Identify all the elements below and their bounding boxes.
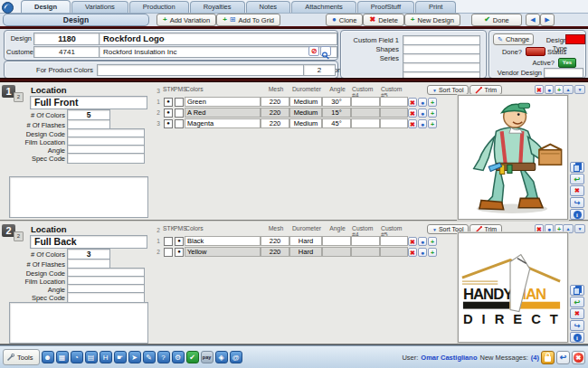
tab-proofstuff[interactable]: ProofStuff: [357, 1, 414, 13]
copy-artwork-button[interactable]: [570, 285, 584, 296]
artwork-preview[interactable]: HANDY MAN D I R E C T: [458, 232, 568, 343]
user-icon[interactable]: ☻: [42, 351, 54, 363]
location-name-field[interactable]: Full Front: [30, 96, 147, 109]
messages-count[interactable]: (4): [531, 354, 539, 362]
clone-button[interactable]: ● Clone: [326, 14, 363, 26]
location-notes-box[interactable]: [9, 176, 148, 218]
custom4-cell[interactable]: [351, 118, 380, 128]
add-row-button[interactable]: +: [428, 119, 437, 128]
clipboard-icon[interactable]: ▤: [85, 351, 98, 363]
pms-checkbox[interactable]: [175, 98, 184, 107]
new-design-button[interactable]: + New Design: [404, 14, 460, 26]
prev-record-button[interactable]: ◀: [526, 14, 540, 26]
redo-button[interactable]: ↪: [570, 320, 584, 331]
add-to-grid-button[interactable]: + ⊞ Add To Grid: [216, 14, 280, 26]
delete-row-button[interactable]: ✖: [408, 109, 417, 118]
pen-icon[interactable]: ✎: [143, 351, 156, 363]
design-number-field[interactable]: 1180: [33, 33, 100, 45]
undo-button[interactable]: ↩: [570, 297, 584, 307]
mesh-cell[interactable]: 220: [261, 97, 289, 107]
pay-icon[interactable]: pay: [201, 351, 213, 363]
change-button[interactable]: ✎ Change: [493, 33, 534, 45]
design-type-swatch[interactable]: [565, 34, 585, 44]
redo-button[interactable]: ↪: [570, 197, 584, 208]
mesh-cell[interactable]: 220: [261, 247, 289, 257]
custom4-cell[interactable]: [351, 247, 380, 257]
delete-artwork-button[interactable]: ✖: [570, 308, 584, 319]
stk-checkbox[interactable]: ●: [164, 119, 173, 128]
durometer-cell[interactable]: Hard: [289, 247, 322, 257]
spec-code-field[interactable]: [67, 153, 145, 164]
custom5-cell[interactable]: [380, 108, 408, 118]
delete-row-button[interactable]: ✖: [408, 98, 417, 107]
trim-button[interactable]: Trim: [469, 85, 502, 95]
select-row-button[interactable]: ●: [418, 237, 427, 246]
move-down-button[interactable]: ▼: [574, 85, 585, 94]
custom4-cell[interactable]: [351, 97, 380, 107]
angle-cell[interactable]: [322, 247, 351, 257]
tab-production[interactable]: Production: [129, 1, 189, 13]
tab-attachments[interactable]: Attachments: [291, 1, 356, 13]
back-button[interactable]: ↩: [556, 351, 570, 364]
customer-number-field[interactable]: 4741: [33, 46, 100, 58]
calendar-icon[interactable]: ▦: [56, 351, 69, 363]
select-row-button[interactable]: ●: [545, 85, 554, 94]
delete-row-button[interactable]: ✖: [535, 85, 544, 94]
send-icon[interactable]: ◈: [215, 351, 228, 363]
add-variation-button[interactable]: + Add Variation: [156, 14, 216, 26]
tab-print[interactable]: Print: [415, 1, 456, 13]
locations-field[interactable]: 2: [303, 64, 336, 76]
pms-checkbox[interactable]: ●: [175, 237, 184, 246]
color-name-cell[interactable]: Black: [185, 236, 261, 246]
mesh-cell[interactable]: 220: [261, 236, 289, 246]
design-name-field[interactable]: Rockford Logo: [99, 33, 337, 45]
angle-cell[interactable]: 15°: [322, 108, 351, 118]
tab-notes[interactable]: Notes: [246, 1, 291, 13]
select-row-button[interactable]: ●: [418, 98, 427, 107]
hold-icon[interactable]: H: [100, 351, 112, 363]
artwork-info-button[interactable]: i: [570, 332, 584, 343]
stk-checkbox[interactable]: [164, 248, 173, 257]
add-row-button[interactable]: +: [428, 248, 437, 257]
customer-name-field[interactable]: Rockford Insulation Inc: [99, 46, 337, 58]
durometer-cell[interactable]: Hard: [289, 236, 322, 246]
color-name-cell[interactable]: Yellow: [185, 247, 261, 257]
mesh-cell[interactable]: 220: [261, 118, 289, 128]
custom4-cell[interactable]: [351, 236, 380, 246]
add-row-button[interactable]: +: [428, 109, 437, 118]
copy-artwork-button[interactable]: [570, 162, 584, 173]
dart-icon[interactable]: ➤: [128, 351, 141, 363]
delete-artwork-button[interactable]: ✖: [570, 185, 584, 196]
custom5-cell[interactable]: [380, 247, 408, 257]
angle-cell[interactable]: 45°: [322, 118, 351, 128]
done-button[interactable]: ✔ Done: [471, 14, 522, 26]
color-name-cell[interactable]: Magenta: [185, 118, 261, 128]
durometer-cell[interactable]: Medium: [289, 97, 322, 107]
tab-royalties[interactable]: Royalties: [190, 1, 245, 13]
history-icon[interactable]: ◔: [71, 351, 83, 363]
durometer-cell[interactable]: Medium: [289, 118, 322, 128]
angle-cell[interactable]: 30°: [322, 97, 351, 107]
delete-row-button[interactable]: ✖: [408, 119, 417, 128]
hand-pointer-icon[interactable]: ☛: [114, 351, 127, 363]
pms-checkbox[interactable]: [175, 109, 184, 118]
tab-design[interactable]: Design: [21, 0, 71, 13]
stk-checkbox[interactable]: [164, 237, 173, 246]
sort-tool-button[interactable]: ▼Sort Tool: [427, 85, 469, 95]
color-name-cell[interactable]: Green: [185, 97, 261, 107]
check-icon[interactable]: ✔: [186, 351, 199, 363]
select-row-button[interactable]: ●: [418, 248, 427, 257]
stk-checkbox[interactable]: ●: [164, 98, 173, 107]
angle-cell[interactable]: [322, 236, 351, 246]
pms-checkbox[interactable]: ●: [175, 248, 184, 257]
design-mode-button[interactable]: Design: [3, 14, 149, 26]
mesh-cell[interactable]: 220: [261, 108, 289, 118]
settings-gear-icon[interactable]: ⚙: [172, 351, 185, 363]
artwork-info-button[interactable]: i: [570, 209, 584, 220]
tools-button[interactable]: Tools: [3, 349, 40, 365]
next-record-button[interactable]: ▶: [540, 14, 555, 26]
add-row-button[interactable]: +: [428, 98, 437, 107]
delete-row-button[interactable]: ✖: [408, 237, 417, 246]
vendor-design-id-field[interactable]: [544, 68, 583, 78]
search-customer-icon[interactable]: [320, 46, 331, 56]
